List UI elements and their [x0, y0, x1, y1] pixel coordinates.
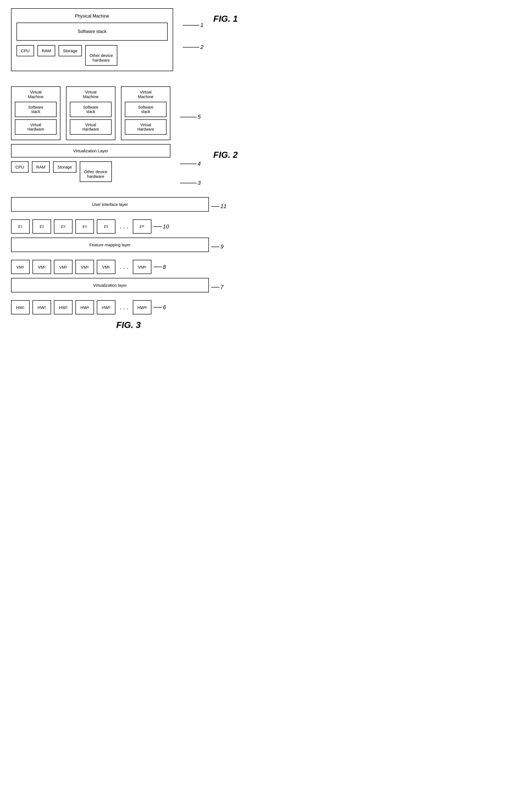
fig3-virt-layer-box: Virtualization layer	[11, 278, 209, 292]
fig1-storage-box: Storage	[59, 45, 82, 56]
fig3-vm4-box: VM4	[75, 260, 94, 274]
fig2-storage-box: Storage	[53, 162, 77, 173]
fig3-ref9-label: 9	[221, 243, 224, 250]
fig2-virt-layer-box: Virtualization Layer	[11, 144, 170, 157]
fig2-cpu-box: CPU	[11, 162, 29, 173]
fig2-vm2-hw: VirtualHardware	[70, 119, 112, 135]
fig1-ref2-label: 2	[200, 44, 203, 50]
fig1-cpu-box: CPU	[17, 45, 34, 56]
fig3-ref10-label: 10	[163, 224, 169, 230]
fig2-vm1-box: VirtualMachine Softwarestack VirtualHard…	[11, 86, 60, 140]
fig2-ref5-group: 5	[180, 114, 201, 120]
fig1-hardware-row: CPU RAM Storage Other device hardware	[17, 45, 168, 66]
fig3-hwm-box: HWM	[133, 300, 151, 315]
fig3-vmn-box: VMN	[133, 260, 151, 274]
fig3-hw5-box: HW5	[97, 300, 115, 315]
fig2-ref4-group: 4	[180, 161, 201, 167]
fig3-section: User Interface layer 11 F1 F2 F3 F4 F5 .…	[11, 197, 246, 330]
fig3-feature-mapping-label: Feature mapping layer	[89, 242, 131, 247]
fig2-vm2-box: VirtualMachine Softwarestack VirtualHard…	[66, 86, 115, 140]
fig3-hw-dots: . . .	[118, 304, 130, 311]
fig2-vm2-title: VirtualMachine	[70, 90, 112, 99]
fig3-label: FIG. 3	[11, 320, 246, 330]
fig3-hw2-box: HW2	[32, 300, 51, 315]
fig2-vm2-sw: Softwarestack	[70, 102, 112, 117]
fig2-vm3-sw: Softwarestack	[125, 102, 167, 117]
fig3-ui-layer-box: User Interface layer	[11, 197, 209, 212]
fig3-feature-mapping-box: Feature mapping layer	[11, 237, 209, 252]
fig1-ref2-group: 2	[183, 44, 203, 50]
fig3-vm1-box: VM1	[11, 260, 30, 274]
fig3-ref11-label: 11	[221, 203, 227, 209]
fig2-ref3-group: 3	[180, 180, 201, 186]
fig2-ref5-label: 5	[198, 114, 201, 120]
fig3-f5-box: F5	[97, 220, 115, 234]
fig1-ram-box: RAM	[37, 45, 55, 56]
fig3-vm3-box: VM3	[54, 260, 73, 274]
fig3-hw3-box: HW3	[54, 300, 73, 315]
fig1-software-stack-label: Software stack	[78, 29, 107, 34]
fig2-ref3-label: 3	[198, 180, 201, 186]
fig1-physical-machine-title: Physical Machine	[17, 14, 168, 19]
fig2-vm1-sw: Softwarestack	[15, 102, 57, 117]
fig3-f3-box: F3	[54, 220, 73, 234]
fig3-ui-layer-label: User Interface layer	[92, 202, 128, 207]
fig2-other-hw-box: Other device hardware	[80, 162, 112, 182]
fig3-vm-items-row: VM1 VM2 VM3 VM4 VM5 . . . VMN	[11, 260, 151, 274]
fig1-physical-machine-box: Physical Machine Software stack CPU RAM …	[11, 8, 173, 71]
fig1-label: FIG. 1	[213, 14, 238, 24]
fig3-f1-box: F1	[11, 220, 30, 234]
fig2-vms-row: VirtualMachine Softwarestack VirtualHard…	[11, 86, 170, 140]
fig3-vm-dots: . . .	[118, 263, 130, 270]
fig1-software-stack-box: Software stack	[17, 23, 168, 41]
fig1-ref1-group: 1	[183, 22, 203, 28]
fig3-ref6-label: 6	[163, 304, 166, 311]
fig3-vm5-box: VM5	[97, 260, 115, 274]
fig2-ref4-label: 4	[198, 161, 201, 167]
fig2-vm1-title: VirtualMachine	[15, 90, 57, 99]
fig3-f-dots: . . .	[118, 223, 130, 230]
fig2-vm3-title: VirtualMachine	[125, 90, 167, 99]
fig1-ref1-label: 1	[200, 22, 203, 28]
fig3-f4-box: F4	[75, 220, 94, 234]
fig3-vm2-box: VM2	[32, 260, 51, 274]
fig2-virt-layer-label: Virtualization Layer	[73, 148, 108, 153]
fig2-vm3-hw: VirtualHardware	[125, 119, 167, 135]
fig2-ram-box: RAM	[32, 162, 50, 173]
fig2-hardware-row: CPU RAM Storage Other device hardware	[11, 162, 170, 182]
fig3-hw4-box: HW4	[75, 300, 94, 315]
fig3-hw-items-row: HW1 HW2 HW3 HW4 HW5 . . . HWM	[11, 300, 151, 315]
fig3-virt-layer-label: Virtualization layer	[93, 283, 127, 288]
fig3-f-items-row: F1 F2 F3 F4 F5 . . . FP	[11, 220, 151, 234]
fig2-vm1-hw: VirtualHardware	[15, 119, 57, 135]
fig3-ref8-label: 8	[163, 264, 166, 270]
fig2-vm3-box: VirtualMachine Softwarestack VirtualHard…	[121, 86, 170, 140]
fig3-hw1-box: HW1	[11, 300, 30, 315]
fig1-other-hw-box: Other device hardware	[85, 45, 117, 66]
fig2-label: FIG. 2	[213, 150, 238, 160]
fig3-f2-box: F2	[32, 220, 51, 234]
fig3-fp-box: FP	[133, 220, 151, 234]
fig3-ref7-label: 7	[221, 284, 224, 290]
